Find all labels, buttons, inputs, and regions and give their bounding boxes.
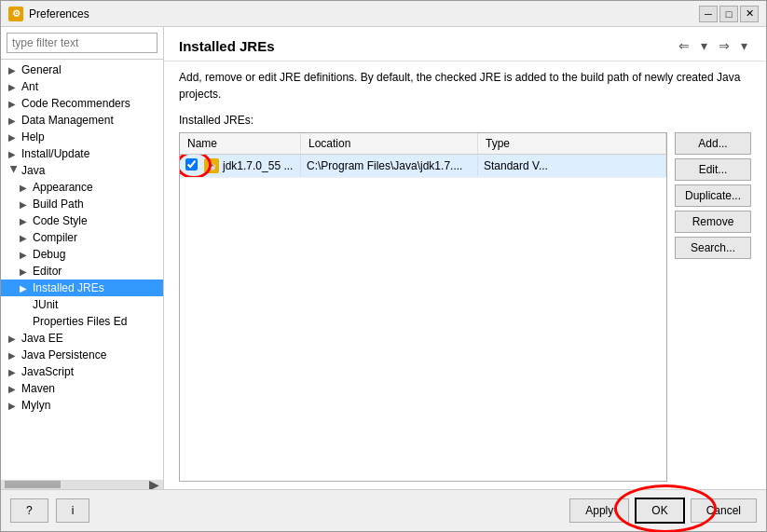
duplicate-button[interactable]: Duplicate... xyxy=(675,184,751,207)
search-box xyxy=(1,27,163,60)
main-header: Installed JREs ⇐ ▾ ⇒ ▾ xyxy=(164,27,766,61)
main-description: Add, remove or edit JRE definitions. By … xyxy=(164,61,766,110)
expand-icon: ▶ xyxy=(8,116,20,126)
jre-table-body: ☕ jdk1.7.0_55 ... C:\Program Files\Java\… xyxy=(180,155,666,481)
expand-icon: ▶ xyxy=(20,199,31,210)
sidebar-item-debug[interactable]: ▶ Debug xyxy=(1,246,163,263)
nav-dropdown-button[interactable]: ▾ xyxy=(697,36,711,55)
scrollbar-thumb xyxy=(5,481,61,488)
expand-icon: ▶ xyxy=(20,216,31,226)
edit-button[interactable]: Edit... xyxy=(675,158,751,181)
sidebar-label-code-style: Code Style xyxy=(33,214,88,227)
sidebar-item-compiler[interactable]: ▶ Compiler xyxy=(1,229,163,246)
expand-icon: ▶ xyxy=(8,384,20,394)
expand-icon: ▶ xyxy=(8,132,20,143)
expand-icon: ▶ xyxy=(8,149,20,159)
sidebar-item-maven[interactable]: ▶ Maven xyxy=(1,380,163,397)
sidebar-label-build-path: Build Path xyxy=(33,198,84,211)
sidebar-item-build-path[interactable]: ▶ Build Path xyxy=(1,196,163,212)
sidebar-label-java: Java xyxy=(21,164,45,177)
sidebar-scrollbar[interactable]: ▶ xyxy=(1,480,163,489)
bottom-left-icons: ? i xyxy=(10,498,89,523)
col-location: Location xyxy=(301,133,478,154)
expand-icon: ▶ xyxy=(8,350,20,361)
sidebar-label-mylyn: Mylyn xyxy=(21,399,50,412)
sidebar-item-ant[interactable]: ▶ Ant xyxy=(1,78,163,95)
sidebar-label-code-recommenders: Code Recommenders xyxy=(21,97,130,110)
sidebar-label-compiler: Compiler xyxy=(33,231,77,244)
sidebar-label-appearance: Appearance xyxy=(33,181,93,194)
jre-icon: ☕ xyxy=(204,158,219,173)
jre-name: jdk1.7.0_55 ... xyxy=(223,159,293,172)
sidebar-label-install-update: Install/Update xyxy=(21,147,89,160)
help-button[interactable]: ? xyxy=(10,498,48,523)
sidebar-label-editor: Editor xyxy=(33,265,62,278)
sidebar-item-java-persistence[interactable]: ▶ Java Persistence xyxy=(1,347,163,363)
jre-action-buttons: Add... Edit... Duplicate... Remove Searc… xyxy=(675,132,751,482)
jre-table-header: Name Location Type xyxy=(180,133,666,155)
maximize-button[interactable]: □ xyxy=(719,6,738,22)
jre-cell-type: Standard V... xyxy=(478,156,666,176)
scroll-right-arrow[interactable]: ▶ xyxy=(149,477,163,489)
sidebar-item-help[interactable]: ▶ Help xyxy=(1,129,163,145)
col-type: Type xyxy=(478,133,666,154)
expand-icon: ▶ xyxy=(8,65,20,75)
close-button[interactable]: ✕ xyxy=(740,6,759,22)
expand-icon: ▶ xyxy=(8,334,20,344)
expand-icon: ▶ xyxy=(20,250,31,260)
sidebar-item-data-management[interactable]: ▶ Data Management xyxy=(1,112,163,129)
sidebar-label-ant: Ant xyxy=(21,80,38,93)
sidebar-label-javascript: JavaScript xyxy=(21,365,74,378)
sidebar-item-properties-files[interactable]: Properties Files Ed xyxy=(1,313,163,330)
sidebar-item-installed-jres[interactable]: ▶ Installed JREs xyxy=(1,280,163,296)
sidebar-item-code-recommenders[interactable]: ▶ Code Recommenders xyxy=(1,95,163,112)
jre-section-label: Installed JREs: xyxy=(179,114,751,127)
content-area: ▶ General ▶ Ant ▶ Code Recommenders ▶ Da… xyxy=(1,27,766,489)
expand-icon: ▶ xyxy=(20,266,31,277)
search-button[interactable]: Search... xyxy=(675,237,751,259)
cancel-button[interactable]: Cancel xyxy=(691,498,757,523)
jre-table: Name Location Type xyxy=(179,132,667,482)
window-controls: ─ □ ✕ xyxy=(699,6,759,22)
tree-area: ▶ General ▶ Ant ▶ Code Recommenders ▶ Da… xyxy=(1,60,163,480)
sidebar-label-java-ee: Java EE xyxy=(21,332,63,345)
expand-icon: ▶ xyxy=(8,99,20,109)
sidebar-item-appearance[interactable]: ▶ Appearance xyxy=(1,179,163,196)
nav-forward-button[interactable]: ⇒ xyxy=(715,36,733,55)
sidebar-label-data-management: Data Management xyxy=(21,114,114,127)
sidebar-item-editor[interactable]: ▶ Editor xyxy=(1,263,163,280)
sidebar-item-java[interactable]: ▶ Java xyxy=(1,162,163,179)
sidebar-item-code-style[interactable]: ▶ Code Style xyxy=(1,212,163,229)
table-row[interactable]: ☕ jdk1.7.0_55 ... C:\Program Files\Java\… xyxy=(180,155,666,178)
col-name: Name xyxy=(180,133,301,154)
minimize-button[interactable]: ─ xyxy=(699,6,718,22)
expand-icon: ▶ xyxy=(8,367,20,377)
nav-forward-dropdown-button[interactable]: ▾ xyxy=(737,36,751,55)
bottom-bar: ? i Apply OK Cancel xyxy=(1,489,766,531)
sidebar-item-java-ee[interactable]: ▶ Java EE xyxy=(1,330,163,347)
jre-cell-name: ☕ jdk1.7.0_55 ... xyxy=(180,155,301,177)
expand-icon: ▶ xyxy=(8,401,20,411)
search-input[interactable] xyxy=(7,33,158,53)
remove-button[interactable]: Remove xyxy=(675,211,751,233)
info-button[interactable]: i xyxy=(56,498,90,523)
sidebar-item-mylyn[interactable]: ▶ Mylyn xyxy=(1,397,163,414)
apply-button[interactable]: Apply xyxy=(569,498,629,523)
jre-checkbox[interactable] xyxy=(185,158,198,171)
sidebar-item-install-update[interactable]: ▶ Install/Update xyxy=(1,145,163,162)
expand-icon: ▶ xyxy=(20,283,31,293)
jre-checkbox-wrapper xyxy=(185,158,200,173)
nav-back-button[interactable]: ⇐ xyxy=(675,36,693,55)
title-bar-left: ⚙ Preferences xyxy=(8,7,89,21)
ok-button[interactable]: OK xyxy=(635,498,684,524)
sidebar-label-installed-jres: Installed JREs xyxy=(33,281,104,294)
sidebar-item-general[interactable]: ▶ General xyxy=(1,61,163,78)
sidebar-label-junit: JUnit xyxy=(33,298,58,311)
add-button[interactable]: Add... xyxy=(675,132,751,155)
expand-icon: ▶ xyxy=(8,82,20,92)
sidebar-item-junit[interactable]: JUnit xyxy=(1,296,163,313)
main-panel: Installed JREs ⇐ ▾ ⇒ ▾ Add, remove or ed… xyxy=(164,27,766,489)
app-icon: ⚙ xyxy=(8,7,23,21)
ok-button-wrapper: OK xyxy=(635,498,684,524)
sidebar-item-javascript[interactable]: ▶ JavaScript xyxy=(1,363,163,380)
